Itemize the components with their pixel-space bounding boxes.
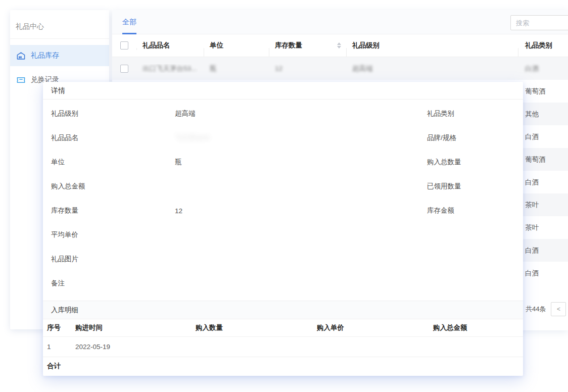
field-label: 单位 bbox=[51, 158, 175, 167]
sidebar-title: 礼品中心 bbox=[10, 10, 109, 39]
cell-category: 白酒 bbox=[518, 269, 568, 278]
tab-all-label: 全部 bbox=[122, 18, 136, 26]
modal-title: 详情 bbox=[43, 82, 523, 100]
subtable-header-row: 序号购进时间购入数量购入单价购入总金额 bbox=[43, 319, 523, 337]
cell-text: 白酒 bbox=[525, 269, 539, 277]
table-header-row: 礼品品名 单位 库存数量 礼品级别 礼品类别 bbox=[112, 34, 568, 57]
ticket-icon bbox=[15, 74, 26, 85]
row-checkbox[interactable] bbox=[120, 65, 128, 73]
field-value: 12 bbox=[175, 207, 182, 215]
cell-text: 瓶 bbox=[210, 65, 217, 72]
field-value: 超高端 bbox=[175, 109, 196, 118]
cell-stock: 12 bbox=[269, 65, 346, 72]
field-label: 礼品图片 bbox=[51, 255, 175, 264]
tab-all[interactable]: 全部 bbox=[122, 10, 136, 34]
field-label: 品牌/规格 bbox=[427, 133, 551, 142]
field-label: 购入总金额 bbox=[51, 182, 175, 191]
subtable-column-header: 购进时间 bbox=[75, 323, 196, 332]
field-label: 已领用数量 bbox=[427, 182, 551, 191]
field-value: 飞天茅台53 bbox=[175, 133, 210, 142]
cell-category: 白酒 bbox=[518, 246, 568, 255]
column-header-stock-label: 库存数量 bbox=[275, 41, 302, 50]
pagination-prev-button[interactable]: < bbox=[551, 302, 566, 316]
cell-text: 茶叶 bbox=[525, 224, 539, 231]
select-all-checkbox[interactable] bbox=[120, 41, 128, 50]
subtable-total-label: 合计 bbox=[43, 362, 75, 371]
subtable-row: 12022-05-19 bbox=[43, 337, 523, 357]
detail-field: 礼品图片 bbox=[51, 254, 175, 264]
cell-level: 超高端 bbox=[346, 64, 518, 73]
column-header-name: 礼品品名 bbox=[136, 41, 204, 50]
detail-field: 已领用数量 bbox=[427, 181, 551, 191]
sidebar-item-gift-inventory[interactable]: 礼品库存 bbox=[10, 45, 109, 66]
field-label: 备注 bbox=[51, 279, 175, 288]
detail-field: 礼品品名飞天茅台53 bbox=[51, 133, 210, 143]
detail-field: 库存金额 bbox=[427, 206, 551, 216]
subtable-column-header: 序号 bbox=[43, 323, 75, 332]
cell-text: 超高端 bbox=[352, 65, 373, 72]
pagination-total: 共44条 bbox=[526, 305, 546, 314]
sort-desc-icon bbox=[337, 46, 341, 48]
cell-text: 葡萄酒 bbox=[525, 87, 546, 95]
inbound-detail-section-title: 入库明细 bbox=[43, 301, 523, 319]
cell-text: 12 bbox=[275, 65, 282, 72]
subtable-cell: 2022-05-19 bbox=[75, 343, 196, 351]
inbound-detail-table: 序号购进时间购入数量购入单价购入总金额 12022-05-19 合计 bbox=[43, 319, 523, 375]
sort-icon[interactable] bbox=[337, 42, 341, 48]
detail-field: 购入总数量 bbox=[427, 157, 551, 167]
table-row[interactable]: 出口飞天茅台53...瓶12超高端白酒 bbox=[112, 57, 568, 80]
column-header-level: 礼品级别 bbox=[346, 41, 518, 50]
warehouse-icon bbox=[15, 50, 26, 61]
search-input[interactable] bbox=[510, 15, 568, 30]
detail-field: 品牌/规格 bbox=[427, 133, 551, 143]
subtable-footer-row: 合计 bbox=[43, 357, 523, 375]
detail-field: 礼品级别超高端 bbox=[51, 109, 196, 119]
cell-text: 白酒 bbox=[525, 65, 539, 72]
cell-category: 白酒 bbox=[518, 64, 568, 73]
subtable-column-header: 购入单价 bbox=[317, 323, 433, 332]
subtable-column-header: 购入数量 bbox=[196, 323, 317, 332]
column-header-category: 礼品类别 bbox=[518, 41, 568, 50]
header-checkbox-cell bbox=[112, 41, 136, 50]
subtable-column-header: 购入总金额 bbox=[433, 323, 523, 332]
pagination: 共44条 < bbox=[526, 302, 566, 316]
field-label: 平均单价 bbox=[51, 230, 175, 239]
subtable-body: 12022-05-19 bbox=[43, 337, 523, 357]
detail-field: 单位瓶 bbox=[51, 157, 182, 167]
detail-field: 库存数量12 bbox=[51, 206, 182, 216]
detail-field: 购入总金额 bbox=[51, 181, 175, 191]
field-label: 礼品类别 bbox=[427, 109, 551, 118]
detail-field: 平均单价 bbox=[51, 230, 175, 240]
cell-text: 白酒 bbox=[525, 247, 539, 254]
column-header-unit: 单位 bbox=[204, 41, 269, 50]
sort-asc-icon bbox=[337, 42, 341, 45]
cell-unit: 瓶 bbox=[204, 64, 269, 73]
field-label: 库存金额 bbox=[427, 206, 551, 215]
detail-field: 礼品类别 bbox=[427, 109, 551, 119]
row-checkbox-cell bbox=[112, 65, 136, 73]
page: 礼品中心 礼品库存兑换记录 全部 礼品品名 单位 库存数量 bbox=[0, 0, 568, 392]
tabbar: 全部 bbox=[112, 10, 568, 34]
detail-modal: 详情 礼品级别超高端礼品品名飞天茅台53单位瓶购入总金额库存数量12平均单价礼品… bbox=[43, 82, 523, 376]
field-value: 瓶 bbox=[175, 158, 182, 167]
cell-category: 葡萄酒 bbox=[518, 87, 568, 96]
cell-name: 出口飞天茅台53... bbox=[136, 64, 204, 73]
detail-field: 备注 bbox=[51, 278, 175, 288]
sidebar-item-label: 礼品库存 bbox=[31, 51, 59, 60]
cell-text: 出口飞天茅台53... bbox=[143, 65, 197, 72]
field-label: 库存数量 bbox=[51, 206, 175, 215]
field-label: 礼品品名 bbox=[51, 133, 175, 142]
cell-category: 茶叶 bbox=[518, 223, 568, 232]
subtable-cell: 1 bbox=[43, 343, 75, 351]
field-label: 礼品级别 bbox=[51, 109, 175, 118]
field-label: 购入总数量 bbox=[427, 158, 551, 167]
column-header-stock[interactable]: 库存数量 bbox=[269, 41, 346, 50]
